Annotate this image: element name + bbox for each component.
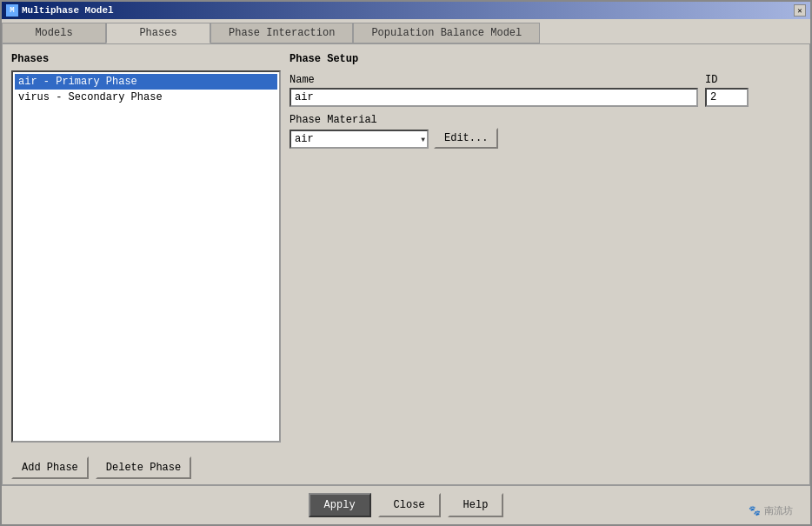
left-panel: Phases air - Primary Phase virus - Secon…: [11, 53, 281, 443]
footer: Apply Close Help 🐾 南流坊: [2, 485, 810, 524]
main-window: M Multiphase Model ✕ Models Phases Phase…: [0, 0, 812, 526]
name-input[interactable]: [290, 88, 698, 107]
id-field-group: ID: [705, 74, 749, 107]
window-icon: M: [6, 4, 18, 17]
phase-item-air[interactable]: air - Primary Phase: [15, 74, 277, 90]
close-icon[interactable]: ✕: [794, 4, 806, 17]
bottom-buttons: Add Phase Delete Phase: [3, 451, 809, 484]
watermark-icon: 🐾: [749, 505, 761, 516]
help-button[interactable]: Help: [448, 493, 504, 517]
content-area: Phases air - Primary Phase virus - Secon…: [2, 43, 810, 485]
watermark: 🐾 南流坊: [749, 504, 793, 517]
delete-phase-button[interactable]: Delete Phase: [96, 456, 191, 479]
main-panel: Phases air - Primary Phase virus - Secon…: [3, 44, 809, 451]
title-bar-left: M Multiphase Model: [6, 4, 114, 17]
title-bar: M Multiphase Model ✕: [2, 2, 810, 19]
watermark-text: 南流坊: [764, 504, 793, 517]
phases-panel-title: Phases: [11, 53, 281, 65]
name-field-group: Name: [290, 74, 698, 107]
material-select-wrapper: air water nitrogen: [290, 130, 429, 149]
window-title: Multiphase Model: [22, 5, 114, 16]
tab-phase-interaction[interactable]: Phase Interaction: [210, 23, 353, 43]
right-panel: Phase Setup Name ID Phase Material: [290, 53, 801, 443]
id-input[interactable]: [705, 88, 749, 107]
phase-setup-title: Phase Setup: [290, 53, 801, 65]
tab-phases[interactable]: Phases: [106, 23, 210, 43]
name-id-row: Name ID: [290, 74, 801, 107]
phase-item-virus[interactable]: virus - Secondary Phase: [15, 90, 277, 105]
tab-models[interactable]: Models: [2, 23, 106, 43]
material-select[interactable]: air water nitrogen: [290, 130, 429, 149]
name-label: Name: [290, 74, 698, 86]
close-button[interactable]: Close: [378, 493, 441, 517]
add-phase-button[interactable]: Add Phase: [11, 456, 89, 479]
tabs-bar: Models Phases Phase Interaction Populati…: [2, 19, 810, 43]
phases-list: air - Primary Phase virus - Secondary Ph…: [11, 70, 281, 443]
tab-population-balance[interactable]: Population Balance Model: [353, 23, 540, 43]
edit-button[interactable]: Edit...: [434, 128, 498, 149]
apply-button[interactable]: Apply: [309, 493, 371, 517]
material-field-group: Phase Material air water nitrogen Edit..…: [290, 114, 801, 149]
material-label: Phase Material: [290, 114, 801, 126]
material-row: air water nitrogen Edit...: [290, 128, 801, 149]
id-label: ID: [705, 74, 749, 86]
